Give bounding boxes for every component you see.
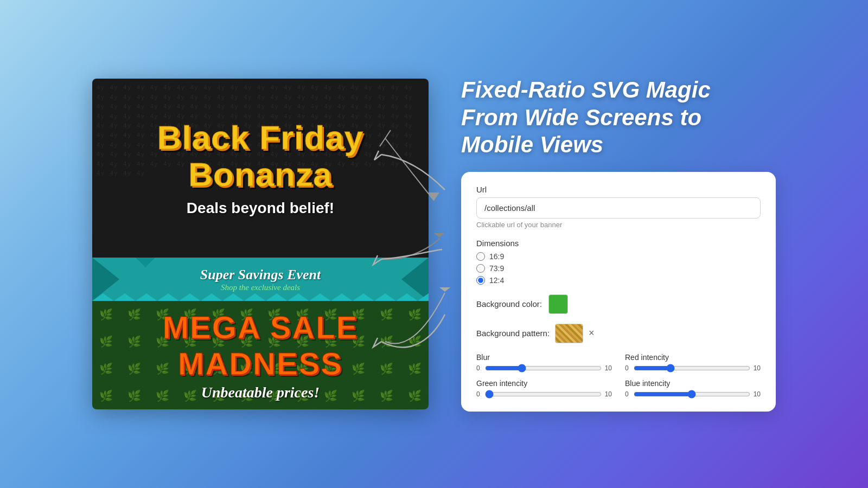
- blur-label: Blur: [476, 353, 612, 362]
- green-slider-group: Green intencity 0 10: [476, 379, 612, 399]
- red-slider-group: Red intencity 0 10: [625, 353, 761, 373]
- blue-slider-row: 0 10: [625, 390, 761, 399]
- ms-subtitle: Unbeatable prices!: [201, 384, 320, 401]
- ss-title: Super Savings Event: [200, 267, 321, 283]
- ss-subtitle: Shop the exclusive deals: [221, 283, 300, 292]
- blue-label: Blue intencity: [625, 379, 761, 388]
- radio-12-4[interactable]: [476, 276, 485, 285]
- red-max: 10: [754, 364, 761, 372]
- blur-slider-group: Blur 0 10: [476, 353, 612, 373]
- heading-line1: Fixed-Ratio SVG Magic: [461, 76, 776, 104]
- radio-73-9[interactable]: [476, 264, 485, 273]
- banner-super-savings: Super Savings Event Shop the exclusive d…: [92, 258, 429, 301]
- radio-option-16-9[interactable]: 16:9: [476, 252, 761, 261]
- radio-label-73-9: 73:9: [489, 264, 504, 273]
- green-max: 10: [605, 390, 612, 398]
- green-min: 0: [476, 390, 482, 398]
- blur-slider-row: 0 10: [476, 364, 612, 373]
- green-label: Green intencity: [476, 379, 612, 388]
- radio-label-16-9: 16:9: [489, 252, 504, 261]
- blue-min: 0: [625, 390, 630, 398]
- blue-slider-group: Blue intencity 0 10: [625, 379, 761, 399]
- red-label: Red intencity: [625, 353, 761, 362]
- bf-title: Black Friday Bonanza: [92, 119, 429, 193]
- main-container: 4y 4y 4y 4y 4y 4y 4y 4y 4y 4y 4y 4y 4y 4…: [0, 0, 868, 488]
- green-slider[interactable]: [485, 390, 602, 399]
- bg-color-row: Background color:: [476, 294, 761, 314]
- url-label: Url: [476, 185, 761, 194]
- banner-mega-sale: 🌿🌿🌿🌿 🌿🌿🌿🌿 🌿🌿🌿🌿 🌿🌿🌿🌿 🌿🌿🌿🌿 🌿🌿🌿🌿 🌿🌿🌿🌿 🌿🌿🌿🌿 …: [92, 301, 429, 409]
- bg-pattern-swatch[interactable]: [555, 324, 583, 343]
- heading: Fixed-Ratio SVG Magic From Wide Screens …: [461, 76, 776, 158]
- ms-title: MEGA SALE MADNESS: [92, 309, 429, 382]
- radio-16-9[interactable]: [476, 252, 485, 261]
- pattern-remove-button[interactable]: ×: [589, 328, 595, 339]
- url-field-group: Url Clickable url of your banner: [476, 185, 761, 229]
- banners-panel: 4y 4y 4y 4y 4y 4y 4y 4y 4y 4y 4y 4y 4y 4…: [92, 79, 429, 409]
- blur-max: 10: [605, 364, 612, 372]
- heading-line2: From Wide Screens to Mobile Views: [461, 104, 776, 159]
- bg-color-label: Background color:: [476, 299, 542, 309]
- settings-card: Url Clickable url of your banner Dimensi…: [461, 172, 776, 412]
- red-slider[interactable]: [634, 364, 750, 373]
- radio-option-73-9[interactable]: 73:9: [476, 264, 761, 273]
- bg-color-swatch[interactable]: [548, 294, 568, 314]
- red-slider-row: 0 10: [625, 364, 761, 373]
- radio-label-12-4: 12:4: [489, 276, 504, 285]
- radio-option-12-4[interactable]: 12:4: [476, 276, 761, 285]
- blur-min: 0: [476, 364, 482, 372]
- banner-black-friday: 4y 4y 4y 4y 4y 4y 4y 4y 4y 4y 4y 4y 4y 4…: [92, 79, 429, 258]
- blur-slider[interactable]: [485, 364, 602, 373]
- dimensions-label: Dimensions: [476, 239, 761, 248]
- bg-pattern-label: Background pattern:: [476, 329, 550, 338]
- radio-options: 16:9 73:9 12:4: [476, 252, 761, 285]
- url-input[interactable]: [476, 197, 761, 219]
- blue-max: 10: [754, 390, 761, 398]
- dimensions-group: Dimensions 16:9 73:9 12:4: [476, 239, 761, 285]
- red-min: 0: [625, 364, 630, 372]
- blue-slider[interactable]: [634, 390, 750, 399]
- right-panel: Fixed-Ratio SVG Magic From Wide Screens …: [461, 76, 776, 411]
- sliders-grid: Blur 0 10 Red intencity 0 10: [476, 353, 761, 399]
- green-slider-row: 0 10: [476, 390, 612, 399]
- bf-subtitle: Deals beyond belief!: [187, 200, 334, 217]
- bg-pattern-row: Background pattern: ×: [476, 324, 761, 343]
- url-hint: Clickable url of your banner: [476, 221, 761, 229]
